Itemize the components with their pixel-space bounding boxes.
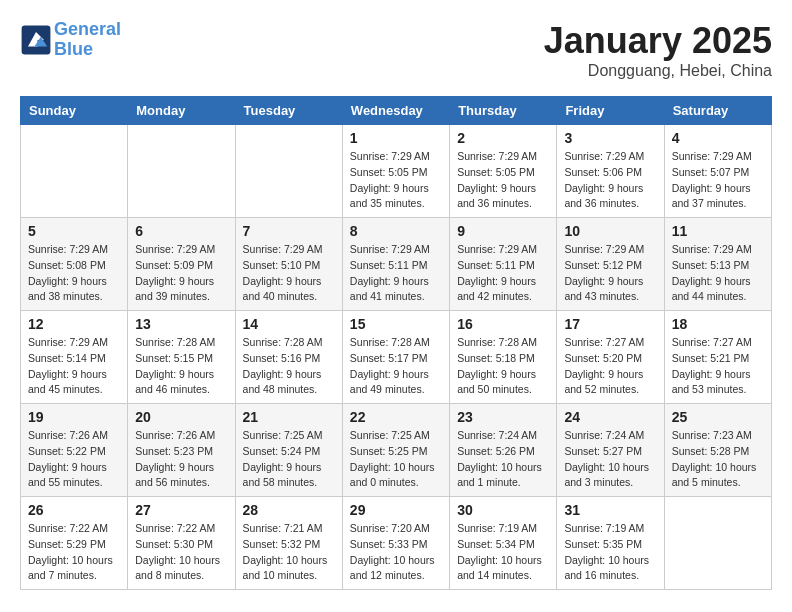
title-block: January 2025 Dongguang, Hebei, China [544,20,772,80]
day-number: 18 [672,316,764,332]
calendar-cell: 12Sunrise: 7:29 AMSunset: 5:14 PMDayligh… [21,311,128,404]
day-number: 20 [135,409,227,425]
calendar-cell [21,125,128,218]
calendar-cell: 11Sunrise: 7:29 AMSunset: 5:13 PMDayligh… [664,218,771,311]
calendar-cell [664,497,771,590]
day-info: Sunrise: 7:29 AMSunset: 5:08 PMDaylight:… [28,242,120,305]
day-number: 8 [350,223,442,239]
day-number: 1 [350,130,442,146]
day-info: Sunrise: 7:24 AMSunset: 5:26 PMDaylight:… [457,428,549,491]
day-info: Sunrise: 7:29 AMSunset: 5:09 PMDaylight:… [135,242,227,305]
calendar-cell: 3Sunrise: 7:29 AMSunset: 5:06 PMDaylight… [557,125,664,218]
week-row-4: 19Sunrise: 7:26 AMSunset: 5:22 PMDayligh… [21,404,772,497]
day-info: Sunrise: 7:23 AMSunset: 5:28 PMDaylight:… [672,428,764,491]
day-info: Sunrise: 7:19 AMSunset: 5:35 PMDaylight:… [564,521,656,584]
calendar-cell: 2Sunrise: 7:29 AMSunset: 5:05 PMDaylight… [450,125,557,218]
calendar-cell: 8Sunrise: 7:29 AMSunset: 5:11 PMDaylight… [342,218,449,311]
day-number: 9 [457,223,549,239]
calendar-cell: 15Sunrise: 7:28 AMSunset: 5:17 PMDayligh… [342,311,449,404]
day-number: 4 [672,130,764,146]
calendar-cell: 6Sunrise: 7:29 AMSunset: 5:09 PMDaylight… [128,218,235,311]
calendar-cell: 18Sunrise: 7:27 AMSunset: 5:21 PMDayligh… [664,311,771,404]
logo-icon [20,24,52,56]
calendar-cell: 25Sunrise: 7:23 AMSunset: 5:28 PMDayligh… [664,404,771,497]
calendar-cell: 24Sunrise: 7:24 AMSunset: 5:27 PMDayligh… [557,404,664,497]
calendar-cell: 30Sunrise: 7:19 AMSunset: 5:34 PMDayligh… [450,497,557,590]
calendar-cell: 10Sunrise: 7:29 AMSunset: 5:12 PMDayligh… [557,218,664,311]
day-header-wednesday: Wednesday [342,97,449,125]
day-info: Sunrise: 7:24 AMSunset: 5:27 PMDaylight:… [564,428,656,491]
day-info: Sunrise: 7:29 AMSunset: 5:07 PMDaylight:… [672,149,764,212]
day-number: 10 [564,223,656,239]
calendar-cell: 31Sunrise: 7:19 AMSunset: 5:35 PMDayligh… [557,497,664,590]
day-number: 22 [350,409,442,425]
day-header-thursday: Thursday [450,97,557,125]
day-number: 6 [135,223,227,239]
day-info: Sunrise: 7:28 AMSunset: 5:17 PMDaylight:… [350,335,442,398]
day-number: 7 [243,223,335,239]
calendar-cell: 4Sunrise: 7:29 AMSunset: 5:07 PMDaylight… [664,125,771,218]
day-number: 12 [28,316,120,332]
day-info: Sunrise: 7:29 AMSunset: 5:10 PMDaylight:… [243,242,335,305]
day-info: Sunrise: 7:20 AMSunset: 5:33 PMDaylight:… [350,521,442,584]
day-info: Sunrise: 7:28 AMSunset: 5:15 PMDaylight:… [135,335,227,398]
week-row-3: 12Sunrise: 7:29 AMSunset: 5:14 PMDayligh… [21,311,772,404]
month-title: January 2025 [544,20,772,62]
day-number: 31 [564,502,656,518]
day-number: 11 [672,223,764,239]
calendar-cell: 9Sunrise: 7:29 AMSunset: 5:11 PMDaylight… [450,218,557,311]
day-number: 14 [243,316,335,332]
calendar-cell: 16Sunrise: 7:28 AMSunset: 5:18 PMDayligh… [450,311,557,404]
day-number: 16 [457,316,549,332]
calendar-cell: 20Sunrise: 7:26 AMSunset: 5:23 PMDayligh… [128,404,235,497]
week-row-1: 1Sunrise: 7:29 AMSunset: 5:05 PMDaylight… [21,125,772,218]
calendar-cell: 14Sunrise: 7:28 AMSunset: 5:16 PMDayligh… [235,311,342,404]
day-info: Sunrise: 7:25 AMSunset: 5:25 PMDaylight:… [350,428,442,491]
day-number: 15 [350,316,442,332]
calendar-cell: 5Sunrise: 7:29 AMSunset: 5:08 PMDaylight… [21,218,128,311]
day-info: Sunrise: 7:29 AMSunset: 5:11 PMDaylight:… [350,242,442,305]
day-info: Sunrise: 7:29 AMSunset: 5:13 PMDaylight:… [672,242,764,305]
day-info: Sunrise: 7:19 AMSunset: 5:34 PMDaylight:… [457,521,549,584]
day-header-monday: Monday [128,97,235,125]
day-number: 21 [243,409,335,425]
calendar-cell: 26Sunrise: 7:22 AMSunset: 5:29 PMDayligh… [21,497,128,590]
day-info: Sunrise: 7:29 AMSunset: 5:11 PMDaylight:… [457,242,549,305]
calendar-cell: 1Sunrise: 7:29 AMSunset: 5:05 PMDaylight… [342,125,449,218]
day-number: 17 [564,316,656,332]
calendar-cell [235,125,342,218]
calendar-cell: 22Sunrise: 7:25 AMSunset: 5:25 PMDayligh… [342,404,449,497]
day-info: Sunrise: 7:21 AMSunset: 5:32 PMDaylight:… [243,521,335,584]
week-row-2: 5Sunrise: 7:29 AMSunset: 5:08 PMDaylight… [21,218,772,311]
day-number: 24 [564,409,656,425]
calendar-cell: 23Sunrise: 7:24 AMSunset: 5:26 PMDayligh… [450,404,557,497]
calendar-header-row: SundayMondayTuesdayWednesdayThursdayFrid… [21,97,772,125]
calendar-cell: 21Sunrise: 7:25 AMSunset: 5:24 PMDayligh… [235,404,342,497]
logo: General Blue [20,20,121,60]
calendar-cell: 13Sunrise: 7:28 AMSunset: 5:15 PMDayligh… [128,311,235,404]
day-header-tuesday: Tuesday [235,97,342,125]
day-info: Sunrise: 7:29 AMSunset: 5:12 PMDaylight:… [564,242,656,305]
day-info: Sunrise: 7:25 AMSunset: 5:24 PMDaylight:… [243,428,335,491]
day-number: 26 [28,502,120,518]
week-row-5: 26Sunrise: 7:22 AMSunset: 5:29 PMDayligh… [21,497,772,590]
day-number: 30 [457,502,549,518]
calendar-table: SundayMondayTuesdayWednesdayThursdayFrid… [20,96,772,590]
day-number: 19 [28,409,120,425]
day-info: Sunrise: 7:29 AMSunset: 5:14 PMDaylight:… [28,335,120,398]
location-subtitle: Dongguang, Hebei, China [544,62,772,80]
day-info: Sunrise: 7:26 AMSunset: 5:22 PMDaylight:… [28,428,120,491]
day-number: 25 [672,409,764,425]
day-number: 29 [350,502,442,518]
day-number: 3 [564,130,656,146]
logo-text: General Blue [54,20,121,60]
day-header-friday: Friday [557,97,664,125]
day-header-sunday: Sunday [21,97,128,125]
page-header: General Blue January 2025 Dongguang, Heb… [20,20,772,80]
day-info: Sunrise: 7:29 AMSunset: 5:05 PMDaylight:… [350,149,442,212]
day-info: Sunrise: 7:22 AMSunset: 5:30 PMDaylight:… [135,521,227,584]
day-number: 27 [135,502,227,518]
day-number: 28 [243,502,335,518]
day-info: Sunrise: 7:28 AMSunset: 5:16 PMDaylight:… [243,335,335,398]
day-header-saturday: Saturday [664,97,771,125]
